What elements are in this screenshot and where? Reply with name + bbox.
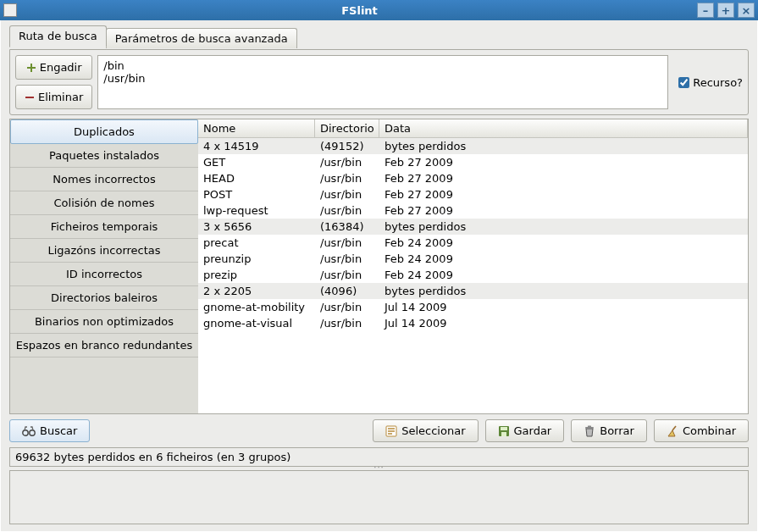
sidebar-item-6[interactable]: ID incorrectos — [10, 263, 198, 286]
sidebar-item-1[interactable]: Paquetes instalados — [10, 144, 198, 168]
sidebar-item-3[interactable]: Colisión de nomes — [10, 191, 198, 215]
cell-name: 3 x 5656 — [198, 219, 315, 234]
cell-date: Feb 24 2009 — [379, 252, 748, 266]
cell-date: bytes perdidos — [379, 139, 748, 153]
app-icon — [3, 3, 17, 17]
sidebar-item-8[interactable]: Binarios non optimizados — [10, 310, 198, 334]
result-row[interactable]: preunzip/usr/binFeb 24 2009 — [198, 251, 748, 267]
cell-date: Feb 24 2009 — [379, 268, 748, 282]
output-pane[interactable] — [9, 470, 749, 524]
result-row[interactable]: prezip/usr/binFeb 24 2009 — [198, 267, 748, 283]
cell-name: POST — [198, 187, 315, 202]
minimize-button[interactable]: – — [697, 3, 714, 18]
cell-date: Jul 14 2009 — [379, 316, 748, 330]
remove-path-button[interactable]: Eliminar — [15, 85, 92, 109]
binoculars-icon — [22, 425, 36, 437]
result-row[interactable]: lwp-request/usr/binFeb 27 2009 — [198, 202, 748, 219]
delete-label: Borrar — [600, 424, 634, 437]
remove-icon — [25, 92, 35, 103]
column-header-name[interactable]: Nome — [198, 119, 315, 137]
window-title: FSlint — [22, 4, 697, 17]
column-header-dir[interactable]: Directorio — [315, 119, 379, 137]
cell-name: lwp-request — [198, 203, 315, 218]
sidebar-item-4[interactable]: Ficheiros temporais — [10, 215, 198, 239]
svg-rect-0 — [25, 97, 34, 98]
broom-icon — [667, 425, 678, 437]
cell-date: Feb 27 2009 — [379, 155, 748, 169]
merge-label: Combinar — [683, 424, 736, 437]
cell-dir: (4096) — [315, 284, 379, 298]
result-row[interactable]: POST/usr/binFeb 27 2009 — [198, 186, 748, 202]
cell-dir: (16384) — [315, 219, 379, 234]
save-icon — [498, 425, 510, 437]
remove-path-label: Eliminar — [38, 91, 83, 103]
result-row[interactable]: gnome-at-mobility/usr/binJul 14 2009 — [198, 299, 748, 315]
tab-search-path[interactable]: Ruta de busca — [9, 25, 107, 47]
cell-date: Feb 24 2009 — [379, 236, 748, 250]
select-button[interactable]: Seleccionar — [373, 419, 478, 442]
cell-dir: /usr/bin — [315, 203, 379, 218]
svg-rect-7 — [501, 432, 506, 436]
cell-dir: /usr/bin — [315, 155, 379, 169]
tabs-row: Ruta de busca Parámetros de busca avanza… — [9, 25, 749, 47]
cell-name: gnome-at-mobility — [198, 300, 315, 314]
cell-date: bytes perdidos — [379, 284, 748, 298]
result-row[interactable]: GET/usr/binFeb 27 2009 — [198, 154, 748, 170]
svg-rect-9 — [588, 425, 591, 427]
save-label: Gardar — [514, 424, 552, 437]
paths-list[interactable]: /bin /usr/bin — [97, 55, 668, 109]
recurse-checkbox-wrap[interactable]: Recurso? — [673, 55, 743, 109]
delete-button[interactable]: Borrar — [571, 419, 647, 442]
result-row[interactable]: HEAD/usr/binFeb 27 2009 — [198, 170, 748, 186]
trash-icon — [584, 425, 595, 437]
sidebar-item-9[interactable]: Espazos en branco redundantes — [10, 334, 198, 357]
result-group-row[interactable]: 2 x 2205(4096)bytes perdidos — [198, 283, 748, 299]
merge-button[interactable]: Combinar — [654, 419, 749, 442]
cell-name: HEAD — [198, 171, 315, 186]
svg-rect-3 — [28, 431, 30, 433]
sidebar-item-2[interactable]: Nomes incorrectos — [10, 168, 198, 191]
search-path-panel: Engadir Eliminar /bin /usr/bin Recurso? — [9, 49, 749, 115]
sidebar-item-0[interactable]: Duplicados — [10, 119, 198, 144]
bottom-toolbar: Buscar Seleccionar Gardar Borrar Combin — [9, 418, 749, 444]
sidebar-item-7[interactable]: Directorios baleiros — [10, 286, 198, 310]
main-area: DuplicadosPaquetes instaladosNomes incor… — [9, 119, 749, 414]
column-header-date[interactable]: Data — [379, 119, 748, 137]
result-row[interactable]: gnome-at-visual/usr/binJul 14 2009 — [198, 315, 748, 331]
cell-name: preunzip — [198, 252, 315, 266]
cell-name: prezip — [198, 268, 315, 282]
tab-advanced[interactable]: Parámetros de busca avanzada — [106, 28, 297, 48]
recurse-label: Recurso? — [693, 76, 743, 89]
save-button[interactable]: Gardar — [485, 419, 565, 442]
results-body[interactable]: 4 x 14519(49152)bytes perdidosGET/usr/bi… — [198, 138, 748, 413]
results-panel: Nome Directorio Data 4 x 14519(49152)byt… — [198, 119, 748, 413]
result-group-row[interactable]: 3 x 5656(16384)bytes perdidos — [198, 219, 748, 235]
cell-dir: /usr/bin — [315, 171, 379, 186]
close-button[interactable]: × — [738, 3, 755, 18]
result-row[interactable]: precat/usr/binFeb 24 2009 — [198, 235, 748, 251]
find-button[interactable]: Buscar — [9, 419, 90, 442]
sidebar-item-5[interactable]: Ligazóns incorrectas — [10, 239, 198, 263]
cell-name: 2 x 2205 — [198, 284, 315, 298]
cell-name: gnome-at-visual — [198, 316, 315, 330]
cell-dir: (49152) — [315, 139, 379, 153]
add-path-button[interactable]: Engadir — [15, 55, 92, 80]
sidebar: DuplicadosPaquetes instaladosNomes incor… — [10, 119, 198, 413]
cell-dir: /usr/bin — [315, 252, 379, 266]
cell-name: precat — [198, 236, 315, 250]
results-header: Nome Directorio Data — [198, 119, 748, 138]
maximize-button[interactable]: + — [717, 3, 734, 18]
svg-point-2 — [30, 429, 35, 435]
cell-dir: /usr/bin — [315, 236, 379, 250]
select-label: Seleccionar — [401, 424, 465, 437]
cell-name: GET — [198, 155, 315, 169]
cell-dir: /usr/bin — [315, 300, 379, 314]
select-icon — [385, 425, 397, 437]
recurse-checkbox[interactable] — [678, 77, 689, 88]
svg-point-1 — [23, 429, 28, 435]
cell-date: Feb 27 2009 — [379, 171, 748, 186]
cell-dir: /usr/bin — [315, 316, 379, 330]
cell-dir: /usr/bin — [315, 187, 379, 202]
cell-name: 4 x 14519 — [198, 139, 315, 153]
result-group-row[interactable]: 4 x 14519(49152)bytes perdidos — [198, 138, 748, 154]
